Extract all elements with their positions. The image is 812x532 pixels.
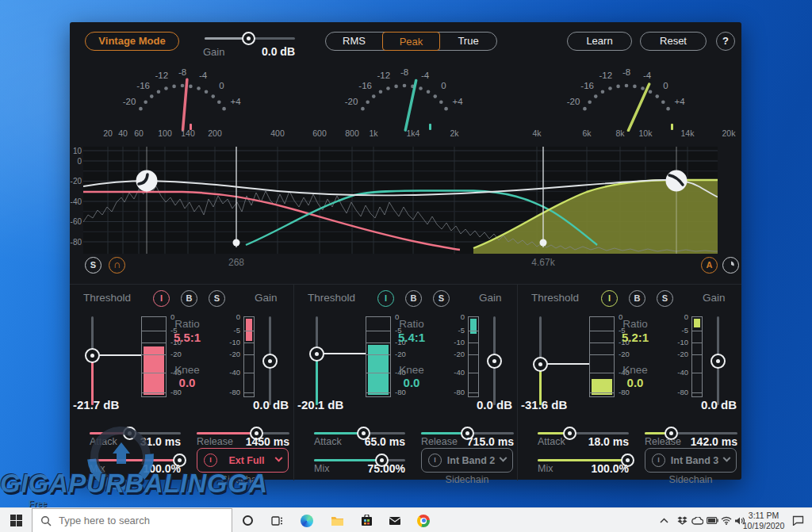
band-1-gain-slider[interactable] (262, 316, 278, 405)
band-3-gain-slider[interactable] (710, 316, 726, 405)
mix-label: Mix (314, 463, 329, 474)
band-1-solo-button[interactable]: S (209, 290, 225, 307)
band-3-knee-value[interactable]: 0.0 (596, 376, 675, 389)
chevron-down-icon (500, 454, 508, 462)
tray-chevron-icon[interactable] (655, 508, 672, 532)
band-3-threshold-slider[interactable] (533, 316, 548, 405)
mode-rms-button[interactable]: RMS (326, 33, 382, 50)
freq-tick-label: 20k (722, 128, 736, 138)
svg-text:0: 0 (219, 81, 224, 90)
freq-tick-label: 20 (103, 128, 113, 138)
attack-label: Attack (314, 436, 342, 447)
sidechain-power-icon: I (204, 454, 217, 467)
threshold-link-line (546, 363, 589, 365)
band-3-bypass-button[interactable]: B (629, 290, 645, 307)
cortana-icon[interactable] (236, 508, 259, 532)
svg-text:-20: -20 (567, 97, 580, 106)
band-controls-section: Threshold I B S Gain 0-5-10-20-40-80 Rat… (70, 284, 741, 480)
master-gain-knob[interactable] (242, 32, 255, 45)
freq-tick-label: 14k (681, 128, 695, 138)
clock-date: 10/19/2020 (739, 521, 788, 531)
freq-tick-label: 200 (208, 128, 222, 138)
band-2-knee-value[interactable]: 0.0 (372, 376, 451, 389)
band-3-freq-marker (671, 124, 673, 130)
clock-icon[interactable] (722, 257, 739, 274)
gain-knob[interactable] (710, 354, 726, 369)
band-1-needle-meter: -20-16-12-8-40+4 (87, 55, 278, 132)
band-2-power-button[interactable]: I (377, 290, 394, 307)
knee-label: Knee (596, 364, 675, 376)
search-input[interactable] (59, 515, 209, 526)
svg-text:+4: +4 (674, 97, 685, 106)
svg-text:-4: -4 (421, 71, 430, 80)
taskbar-clock[interactable]: 3:11 PM 10/19/2020 (739, 511, 788, 531)
svg-text:-8: -8 (400, 67, 408, 77)
band-3-sidechain-dropdown[interactable]: I Int Band 3 (645, 448, 737, 473)
reset-button[interactable]: Reset (640, 32, 707, 51)
band-3-ratio-value[interactable]: 5.2:1 (596, 331, 675, 344)
band-1-sidechain-dropdown[interactable]: I Ext Full (197, 448, 289, 473)
svg-text:-4: -4 (199, 71, 208, 80)
svg-text:+4: +4 (452, 97, 463, 106)
band-3-gain-value: 0.0 dB (701, 398, 737, 411)
svg-text:-16: -16 (136, 81, 150, 90)
spectrum-solo-icon[interactable]: S (85, 257, 102, 274)
svg-text:-8: -8 (178, 67, 186, 77)
gain-label: Gain (479, 292, 502, 304)
sidechain-source: Int Band 2 (442, 455, 500, 466)
band-1-power-button[interactable]: I (153, 290, 170, 307)
band-1-knee-value[interactable]: 0.0 (147, 376, 227, 389)
band-1-panel: Threshold I B S Gain 0-5-10-20-40-80 Rat… (70, 285, 293, 480)
band-1-ratio-value[interactable]: 5.5:1 (147, 331, 227, 344)
gain-knob[interactable] (487, 354, 502, 369)
db-axis-label: -40 (70, 197, 82, 206)
sidechain-source: Ext Full (217, 455, 276, 466)
store-icon[interactable] (354, 508, 378, 532)
band-3-release-value: 142.0 ms (674, 435, 737, 448)
vintage-mode-button[interactable]: Vintage Mode (85, 32, 179, 51)
band-2-bypass-button[interactable]: B (405, 290, 422, 307)
crossover-view-icon[interactable]: ∩ (109, 257, 125, 274)
band-2-solo-button[interactable]: S (433, 290, 450, 307)
band-1-freq-marker (190, 124, 192, 130)
compressor-plugin-window: Vintage Mode Gain 0.0 dB RMS Peak True L… (70, 22, 741, 480)
chrome-icon[interactable] (412, 508, 435, 532)
band-1-threshold-slider[interactable] (85, 316, 100, 405)
band-3-power-button[interactable]: I (601, 290, 618, 307)
crossover-low-handle (233, 239, 240, 247)
band-2-attack-value: 65.0 ms (342, 435, 405, 448)
mode-peak-button[interactable]: Peak (382, 32, 440, 51)
action-center-icon[interactable] (787, 508, 809, 532)
band-2-threshold-slider[interactable] (309, 316, 324, 405)
mode-true-button[interactable]: True (440, 33, 496, 50)
master-gain-slider[interactable] (205, 32, 295, 45)
learn-button[interactable]: Learn (567, 32, 632, 51)
band-2-gain-slider[interactable] (487, 316, 502, 405)
svg-text:-16: -16 (358, 81, 372, 90)
edge-icon[interactable] (295, 508, 319, 532)
band-2-sidechain-dropdown[interactable]: I Int Band 2 (421, 448, 513, 473)
band-1-bypass-button[interactable]: B (181, 290, 197, 307)
auto-scale-icon[interactable]: A (701, 257, 718, 274)
band-1-node-handle (136, 170, 158, 192)
start-button[interactable] (0, 508, 32, 532)
task-view-icon[interactable] (265, 508, 289, 532)
freq-tick-label: 140 (181, 128, 195, 138)
crossover-low-frequency: 268 (213, 257, 260, 268)
file-explorer-icon[interactable] (325, 508, 349, 532)
band-2-gain-value: 0.0 dB (477, 398, 512, 411)
db-axis-label: -20 (70, 177, 82, 186)
clock-time: 3:11 PM (739, 511, 788, 521)
svg-text:-12: -12 (599, 71, 613, 80)
band-1-threshold-value: -21.7 dB (73, 398, 119, 411)
band-3-solo-button[interactable]: S (657, 290, 673, 307)
gain-knob[interactable] (262, 354, 278, 369)
help-button[interactable]: ? (716, 32, 735, 51)
mail-icon[interactable] (383, 508, 407, 532)
band-3-threshold-value: -31.6 dB (521, 398, 567, 411)
spectrum-crossover-display[interactable] (83, 147, 718, 254)
taskbar-search[interactable] (32, 508, 232, 532)
band-1-mix-value: 100.0% (117, 462, 181, 475)
svg-text:0: 0 (441, 81, 446, 90)
band-2-ratio-value[interactable]: 5.4:1 (372, 331, 451, 344)
